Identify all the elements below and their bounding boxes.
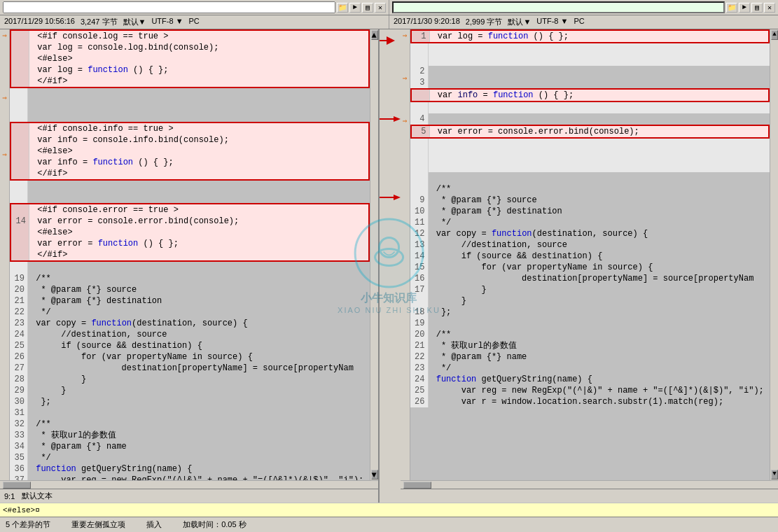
left-diff-block-3: <#if console.error == true > 14 var erro… xyxy=(10,203,370,262)
table-row: 1 var log = function () { }; xyxy=(412,31,769,42)
right-scroll-up[interactable]: ▲ xyxy=(771,30,778,40)
table-row: } xyxy=(410,295,770,307)
table-row: 4 xyxy=(410,113,770,125)
table-row: 18 }; xyxy=(410,307,770,318)
right-size: 2,999 字节 xyxy=(466,17,503,27)
left-close-btn[interactable]: ✕ xyxy=(375,3,386,13)
center-arrows xyxy=(380,29,401,503)
table-row: <#else> xyxy=(11,146,368,157)
table-row: 36 function getQueryString(name) { xyxy=(10,463,370,475)
left-scrollbar[interactable]: ▲ ▼ xyxy=(370,29,378,480)
table-row: var log = function () { }; xyxy=(11,64,368,76)
table-row: 25 if (source && destination) { xyxy=(10,340,370,351)
table-row: 35 */ xyxy=(10,452,370,463)
right-encoding-label: 默认▼ xyxy=(508,17,531,27)
table-row: 2 xyxy=(410,66,770,77)
table-row: 23 */ xyxy=(410,363,770,374)
right-code-viewport[interactable]: 1 var log = function () { }; 2 3 xyxy=(410,29,770,480)
left-scroll-down[interactable]: ▼ xyxy=(371,470,378,479)
arrow-2 xyxy=(380,113,401,125)
table-row: 32 /** xyxy=(10,419,370,430)
insert-mode-label: 插入 xyxy=(146,519,162,530)
table-row: 21 * @param {*} destination xyxy=(10,295,370,307)
table-row: 22 */ xyxy=(10,307,370,318)
left-diff-block-1: <#if console.log == true > var log = con… xyxy=(10,29,370,88)
table-row: 25 var reg = new RegExp("(^|&)" + name +… xyxy=(410,385,770,396)
arrow-3 xyxy=(380,192,401,203)
table-row: 19 xyxy=(410,318,770,329)
right-browse-btn[interactable]: 📁 xyxy=(726,3,737,13)
app-window: D:\svn_nb\nbyb\html\nbyb\web_server\src\… xyxy=(0,0,778,532)
table-row: var info = function () { }; xyxy=(11,157,368,168)
table-row xyxy=(10,88,370,99)
table-row xyxy=(410,55,770,66)
table-row: var info = console.info.bind(console); xyxy=(11,134,368,146)
table-row: 28 } xyxy=(10,374,370,385)
right-close-btn[interactable]: ✕ xyxy=(764,3,775,13)
table-row: 26 for (var propertyName in source) { xyxy=(10,351,370,363)
right-eol: PC xyxy=(574,17,584,27)
right-expand-btn[interactable]: ▤ xyxy=(751,3,763,13)
left-hscroll-thumb[interactable] xyxy=(3,482,31,489)
table-row: <#if console.log == true > xyxy=(11,31,368,42)
table-row xyxy=(10,181,370,192)
left-expand-btn[interactable]: ▤ xyxy=(362,3,373,13)
table-row xyxy=(410,161,770,172)
left-bom: UTF-8 ▼ xyxy=(151,17,183,27)
right-hscrollbar[interactable] xyxy=(401,480,779,489)
left-scroll-up[interactable]: ▲ xyxy=(371,30,378,40)
table-row: 16 destination[propertyName] = source[pr… xyxy=(410,273,770,284)
table-row: 29 } xyxy=(10,385,370,396)
table-row: var info = function () { }; xyxy=(412,90,769,101)
cursor-position: 9:1 xyxy=(4,492,15,500)
right-hscroll-thumb[interactable] xyxy=(403,482,431,489)
right-bom: UTF-8 ▼ xyxy=(536,17,568,27)
table-row: 30 }; xyxy=(10,396,370,407)
tag-bar: <#else>¤ xyxy=(0,503,778,517)
table-row: 14 if (source && destination) { xyxy=(410,251,770,262)
table-row: var error = function () { }; xyxy=(11,238,368,249)
left-item-label: 重要左侧孤立项 xyxy=(71,519,125,530)
right-scrollbar[interactable]: ▲ ▼ xyxy=(770,29,778,480)
svg-marker-4 xyxy=(394,116,401,122)
diff-count-label: 5 个差异的节 xyxy=(6,519,50,530)
svg-marker-6 xyxy=(394,195,401,200)
table-row xyxy=(10,192,370,203)
left-arrow-btn[interactable]: ► xyxy=(349,3,361,13)
table-row: 17 } xyxy=(410,284,770,295)
table-row xyxy=(410,139,770,150)
table-row: var log = console.log.bind(console); xyxy=(11,42,368,53)
left-hscrollbar[interactable] xyxy=(0,480,378,489)
right-arrow-btn[interactable]: ► xyxy=(739,3,750,13)
table-row: 13 //destination, source xyxy=(410,239,770,251)
table-row: <#if console.error == true > xyxy=(11,204,368,216)
left-size: 3,247 字节 xyxy=(81,17,118,27)
table-row xyxy=(10,99,370,111)
left-encoding-label: 默认▼ xyxy=(123,17,146,27)
table-row: 3 xyxy=(410,77,770,88)
table-row xyxy=(10,111,370,122)
left-status-bar: 9:1 默认文本 xyxy=(0,489,378,503)
table-row: 33 * 获取url的参数值 xyxy=(10,430,370,441)
right-path-input[interactable]: D:\svn_nb\nbyb\html\nbyb\web_server\dist… xyxy=(392,1,725,13)
right-diff-block-2: var info = function () { }; xyxy=(410,88,770,102)
left-browse-btn[interactable]: 📁 xyxy=(337,3,348,13)
left-eol: PC xyxy=(189,17,200,27)
left-path-input[interactable]: D:\svn_nb\nbyb\html\nbyb\web_server\src\… xyxy=(3,1,335,13)
table-row: 23 var copy = function(destination, sour… xyxy=(10,318,370,329)
right-status-bar xyxy=(401,489,779,503)
table-row: 37 var reg = new RegExp("(^|&)" + name +… xyxy=(10,475,370,480)
table-row: 5 var error = console.error.bind(console… xyxy=(412,126,769,137)
table-row: 9 * @param {*} source xyxy=(410,195,770,206)
table-row: 10 * @param {*} destination xyxy=(410,206,770,217)
table-row: 26 var r = window.location.search.substr… xyxy=(410,396,770,407)
right-diff-block-3: 5 var error = console.error.bind(console… xyxy=(410,125,770,139)
left-date: 2017/11/29 10:56:16 xyxy=(4,17,75,27)
left-code-viewport[interactable]: <#if console.log == true > var log = con… xyxy=(10,29,370,480)
right-scroll-down[interactable]: ▼ xyxy=(771,470,778,479)
table-row: 15 for (var propertyName in source) { xyxy=(410,262,770,273)
table-row: 19 /** xyxy=(10,273,370,284)
table-row: <#if console.info == true > xyxy=(11,123,368,134)
table-row: 22 * @param {*} name xyxy=(410,351,770,363)
table-row: 12 var copy = function(destination, sour… xyxy=(410,228,770,239)
